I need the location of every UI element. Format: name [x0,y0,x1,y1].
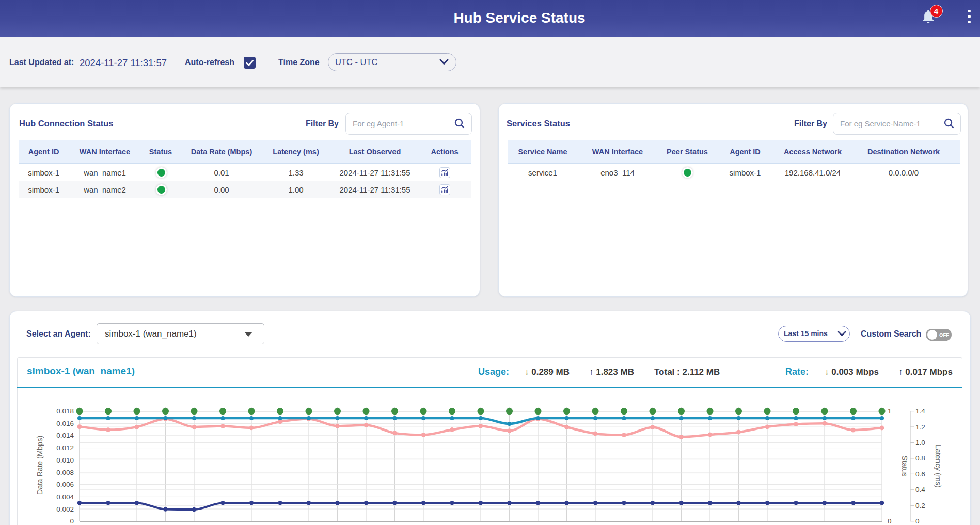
svg-text:0.8: 0.8 [915,454,925,462]
svg-text:0.012: 0.012 [56,444,74,452]
svg-text:0: 0 [888,517,892,525]
svg-text:0.002: 0.002 [56,505,74,513]
svg-text:0.008: 0.008 [56,469,74,476]
svg-text:0.018: 0.018 [56,407,74,415]
svg-text:1.0: 1.0 [915,439,925,447]
svg-text:0.4: 0.4 [915,486,925,494]
svg-text:1.2: 1.2 [915,423,925,431]
svg-text:Status: Status [900,455,909,476]
svg-text:1.4: 1.4 [915,407,925,415]
svg-text:0.014: 0.014 [56,432,74,439]
svg-text:0.004: 0.004 [56,493,74,501]
svg-text:1: 1 [888,407,892,415]
svg-text:0.2: 0.2 [915,502,925,510]
svg-text:Latency (ms): Latency (ms) [934,444,942,488]
svg-text:0.010: 0.010 [56,456,74,464]
svg-text:0.016: 0.016 [56,420,74,427]
svg-text:Data Rate (Mbps): Data Rate (Mbps) [36,436,44,495]
svg-text:0: 0 [915,517,920,525]
svg-text:0: 0 [70,517,74,525]
svg-text:0.6: 0.6 [915,470,925,478]
svg-text:0.006: 0.006 [56,481,74,488]
